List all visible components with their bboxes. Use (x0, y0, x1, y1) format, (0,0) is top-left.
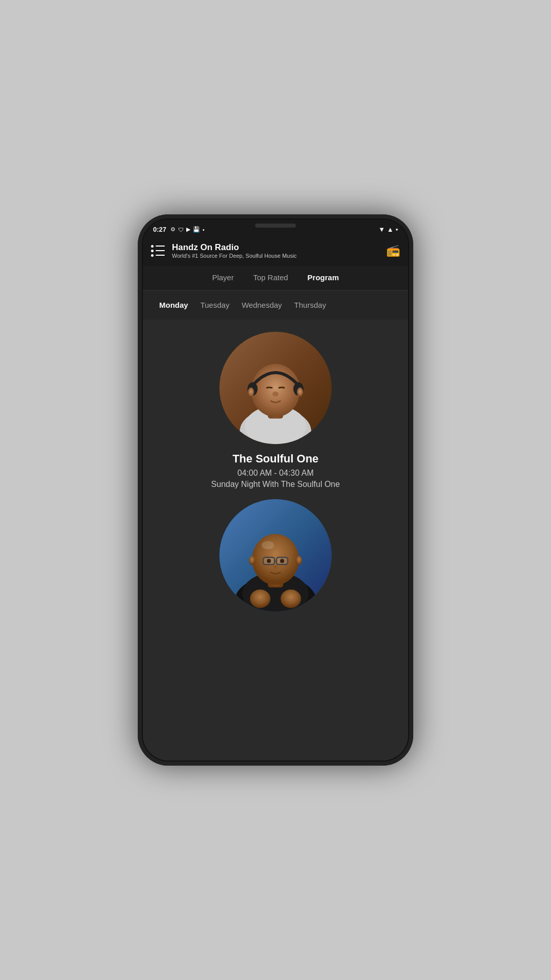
nav-tabs: Player Top Rated Program (143, 266, 408, 290)
program-item-2 (151, 499, 400, 620)
header-left: Handz On Radio World's #1 Source For Dee… (151, 242, 297, 259)
screen: 0:27 ⚙ 🛡 ▶ 💾 • ▼ ▲ ▪ (143, 219, 408, 761)
phone-frame: 0:27 ⚙ 🛡 ▶ 💾 • ▼ ▲ ▪ (138, 214, 413, 766)
program-show-1: Sunday Night With The Soulful One (211, 480, 340, 489)
svg-point-26 (250, 590, 270, 608)
svg-point-25 (296, 556, 302, 565)
speaker (255, 224, 296, 228)
menu-dots-2 (151, 250, 165, 252)
program-time-1: 04:00 AM - 04:30 AM (237, 469, 313, 478)
menu-line-1 (156, 246, 165, 247)
app-header: Handz On Radio World's #1 Source For Dee… (143, 237, 408, 266)
settings-icon: ⚙ (170, 226, 176, 233)
signal-icon: ▲ (387, 226, 394, 233)
svg-point-17 (262, 541, 274, 549)
tab-top-rated[interactable]: Top Rated (251, 272, 290, 283)
day-tabs: Monday Tuesday Wednesday Thursday (143, 290, 408, 320)
svg-point-16 (252, 534, 299, 585)
battery-icon: ▪ (395, 226, 398, 233)
program-list: The Soulful One 04:00 AM - 04:30 AM Sund… (143, 320, 408, 761)
menu-dot-3 (151, 254, 154, 257)
day-monday[interactable]: Monday (153, 299, 194, 311)
menu-dots-3 (151, 254, 165, 257)
wifi-icon: ▼ (379, 226, 385, 233)
svg-point-10 (297, 387, 303, 397)
program-name-1: The Soulful One (233, 452, 319, 465)
menu-dot-1 (151, 245, 154, 248)
svg-point-21 (267, 559, 271, 563)
day-tuesday[interactable]: Tuesday (194, 299, 236, 311)
menu-button[interactable] (151, 245, 165, 257)
sd-card-icon: 💾 (193, 226, 200, 233)
svg-point-9 (248, 387, 254, 397)
radio-icon: 📻 (386, 244, 400, 257)
status-right: ▼ ▲ ▪ (379, 226, 398, 233)
app-subtitle: World's #1 Source For Deep, Soulful Hous… (172, 253, 297, 259)
svg-point-23 (273, 565, 278, 569)
menu-dot-2 (151, 250, 154, 252)
menu-dots (151, 245, 165, 248)
status-bar: 0:27 ⚙ 🛡 ▶ 💾 • ▼ ▲ ▪ (143, 219, 408, 237)
header-title-block: Handz On Radio World's #1 Source For Dee… (172, 242, 297, 259)
day-thursday[interactable]: Thursday (288, 299, 333, 311)
status-icons: ⚙ 🛡 ▶ 💾 • (170, 226, 205, 233)
tab-player[interactable]: Player (210, 272, 236, 283)
menu-line-3 (156, 255, 165, 256)
program-item-1: The Soulful One 04:00 AM - 04:30 AM Sund… (151, 332, 400, 489)
day-wednesday[interactable]: Wednesday (236, 299, 288, 311)
svg-point-27 (281, 590, 301, 608)
status-left: 0:27 ⚙ 🛡 ▶ 💾 • (153, 226, 205, 233)
program-avatar-1 (219, 332, 332, 444)
tab-program[interactable]: Program (306, 272, 341, 283)
svg-point-8 (272, 391, 279, 397)
status-time: 0:27 (153, 226, 166, 233)
app-title: Handz On Radio (172, 242, 297, 253)
svg-point-24 (249, 556, 255, 565)
shield-icon: 🛡 (178, 227, 184, 233)
svg-point-22 (280, 559, 284, 563)
program-avatar-2 (219, 499, 332, 611)
play-icon: ▶ (186, 226, 190, 233)
dot-icon: • (203, 227, 205, 233)
menu-line-2 (156, 250, 165, 251)
